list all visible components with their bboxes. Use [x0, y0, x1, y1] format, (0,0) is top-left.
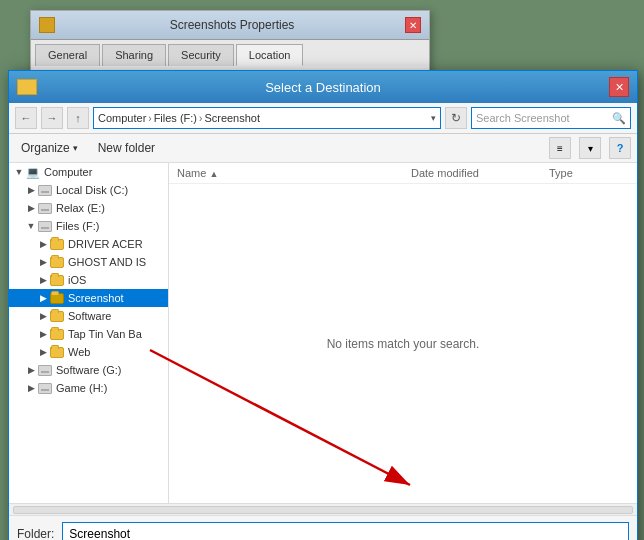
- toggle-local-disk-c[interactable]: ▶: [25, 184, 37, 196]
- help-button[interactable]: ?: [609, 137, 631, 159]
- dialog-close-button[interactable]: ✕: [609, 77, 629, 97]
- bg-close-button[interactable]: ✕: [405, 17, 421, 33]
- tree-item-files-f[interactable]: ▼ Files (F:): [9, 217, 168, 235]
- toggle-driver-acer[interactable]: ▶: [37, 238, 49, 250]
- select-destination-dialog: Select a Destination ✕ ← → ↑ Computer › …: [8, 70, 638, 540]
- refresh-button[interactable]: ↻: [445, 107, 467, 129]
- tab-sharing[interactable]: Sharing: [102, 44, 166, 66]
- bg-window-icon: [39, 17, 55, 33]
- view-dropdown-button[interactable]: ▾: [579, 137, 601, 159]
- toolbar: Organize ▾ New folder ≡ ▾ ?: [9, 134, 637, 163]
- folder-icon-web: [49, 345, 65, 359]
- folder-bar: Folder:: [9, 515, 637, 540]
- toggle-software-g[interactable]: ▶: [25, 364, 37, 376]
- tree-item-driver-acer[interactable]: ▶ DRIVER ACER: [9, 235, 168, 253]
- tree-item-software[interactable]: ▶ Software: [9, 307, 168, 325]
- col-header-type[interactable]: Type: [549, 167, 629, 179]
- path-dropdown-icon[interactable]: ▾: [431, 113, 436, 123]
- bg-titlebar: Screenshots Properties ✕: [31, 11, 429, 40]
- file-browser: ▼ 💻 Computer ▶ Local Disk (C:) ▶ Relax (…: [9, 163, 637, 503]
- tree-item-game-h[interactable]: ▶ Game (H:): [9, 379, 168, 397]
- tree-label-driver-acer: DRIVER ACER: [68, 238, 143, 250]
- tree-label-computer: Computer: [44, 166, 92, 178]
- path-files-f: Files (F:): [154, 112, 197, 124]
- address-path[interactable]: Computer › Files (F:) › Screenshot ▾: [93, 107, 441, 129]
- horizontal-scrollbar[interactable]: [9, 503, 637, 515]
- tree-label-files-f: Files (F:): [56, 220, 99, 232]
- view-button[interactable]: ≡: [549, 137, 571, 159]
- tab-general[interactable]: General: [35, 44, 100, 66]
- toggle-screenshot[interactable]: ▶: [37, 292, 49, 304]
- drive-icon-g: [37, 363, 53, 377]
- search-icon[interactable]: 🔍: [612, 112, 626, 125]
- toggle-relax-e[interactable]: ▶: [25, 202, 37, 214]
- col-header-date[interactable]: Date modified: [411, 167, 541, 179]
- dialog-titlebar: Select a Destination ✕: [9, 71, 637, 103]
- search-placeholder: Search Screenshot: [476, 112, 570, 124]
- toggle-files-f[interactable]: ▼: [25, 220, 37, 232]
- tree-item-screenshot[interactable]: ▶ Screenshot: [9, 289, 168, 307]
- drive-icon-e: [37, 201, 53, 215]
- toggle-game-h[interactable]: ▶: [25, 382, 37, 394]
- tree-item-local-disk-c[interactable]: ▶ Local Disk (C:): [9, 181, 168, 199]
- forward-button[interactable]: →: [41, 107, 63, 129]
- tree-label-game-h: Game (H:): [56, 382, 107, 394]
- toggle-ios[interactable]: ▶: [37, 274, 49, 286]
- content-panel: Name ▲ Date modified Type No items match…: [169, 163, 637, 503]
- folder-icon-tap-tin: [49, 327, 65, 341]
- organize-button[interactable]: Organize ▾: [15, 138, 84, 158]
- content-body: No items match your search.: [169, 184, 637, 503]
- new-folder-button[interactable]: New folder: [92, 138, 161, 158]
- content-header: Name ▲ Date modified Type: [169, 163, 637, 184]
- tree-label-tap-tin-van-ba: Tap Tin Van Ba: [68, 328, 142, 340]
- tree-label-relax-e: Relax (E:): [56, 202, 105, 214]
- computer-icon: 💻: [25, 165, 41, 179]
- drive-icon-c: [37, 183, 53, 197]
- tab-security[interactable]: Security: [168, 44, 234, 66]
- toggle-computer[interactable]: ▼: [13, 166, 25, 178]
- folder-icon-driver-acer: [49, 237, 65, 251]
- path-screenshot: Screenshot: [204, 112, 260, 124]
- toggle-software[interactable]: ▶: [37, 310, 49, 322]
- tree-item-software-g[interactable]: ▶ Software (G:): [9, 361, 168, 379]
- bg-tab-bar: General Sharing Security Location: [31, 40, 429, 66]
- folder-input[interactable]: [62, 522, 629, 540]
- folder-icon-ios: [49, 273, 65, 287]
- toggle-ghost-and-is[interactable]: ▶: [37, 256, 49, 268]
- drive-icon-h: [37, 381, 53, 395]
- tree-item-ghost-and-is[interactable]: ▶ GHOST AND IS: [9, 253, 168, 271]
- tree-item-tap-tin-van-ba[interactable]: ▶ Tap Tin Van Ba: [9, 325, 168, 343]
- empty-message: No items match your search.: [327, 337, 480, 351]
- tree-label-software: Software: [68, 310, 111, 322]
- scrollbar-track[interactable]: [13, 506, 633, 514]
- tree-item-ios[interactable]: ▶ iOS: [9, 271, 168, 289]
- dialog-title: Select a Destination: [37, 80, 609, 95]
- tree-label-screenshot: Screenshot: [68, 292, 124, 304]
- sort-arrow-name: ▲: [209, 169, 218, 179]
- up-button[interactable]: ↑: [67, 107, 89, 129]
- folder-icon-ghost: [49, 255, 65, 269]
- folder-icon-screenshot: [49, 291, 65, 305]
- address-bar: ← → ↑ Computer › Files (F:) › Screenshot…: [9, 103, 637, 134]
- path-sep-1: ›: [148, 113, 151, 124]
- bg-window-title: Screenshots Properties: [59, 18, 405, 32]
- tree-item-relax-e[interactable]: ▶ Relax (E:): [9, 199, 168, 217]
- tree-panel: ▼ 💻 Computer ▶ Local Disk (C:) ▶ Relax (…: [9, 163, 169, 503]
- tree-item-computer[interactable]: ▼ 💻 Computer: [9, 163, 168, 181]
- organize-dropdown-icon: ▾: [73, 143, 78, 153]
- toggle-web[interactable]: ▶: [37, 346, 49, 358]
- path-sep-2: ›: [199, 113, 202, 124]
- search-box[interactable]: Search Screenshot 🔍: [471, 107, 631, 129]
- folder-icon-software: [49, 309, 65, 323]
- tree-item-web[interactable]: ▶ Web: [9, 343, 168, 361]
- col-header-name[interactable]: Name ▲: [177, 167, 403, 179]
- dialog-icon: [17, 79, 37, 95]
- back-button[interactable]: ←: [15, 107, 37, 129]
- tree-label-software-g: Software (G:): [56, 364, 121, 376]
- tree-label-ghost-and-is: GHOST AND IS: [68, 256, 146, 268]
- tab-location[interactable]: Location: [236, 44, 304, 66]
- tree-label-local-disk-c: Local Disk (C:): [56, 184, 128, 196]
- tree-label-ios: iOS: [68, 274, 86, 286]
- toggle-tap-tin-van-ba[interactable]: ▶: [37, 328, 49, 340]
- path-computer: Computer: [98, 112, 146, 124]
